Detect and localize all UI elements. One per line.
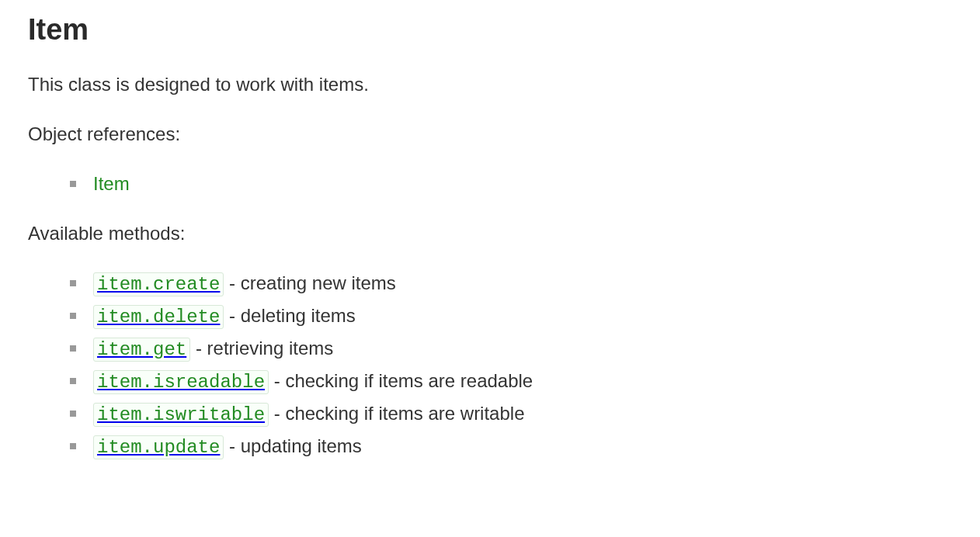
method-code: item.update: [93, 435, 224, 459]
method-desc: - checking if items are writable: [269, 403, 524, 424]
method-link-iswritable[interactable]: item.iswritable: [93, 403, 269, 424]
methods-list: item.create - creating new items item.de…: [28, 269, 952, 462]
references-list: Item: [28, 170, 952, 198]
method-link-delete[interactable]: item.delete: [93, 305, 224, 326]
method-code: item.iswritable: [93, 403, 269, 427]
method-desc: - updating items: [224, 435, 361, 456]
method-link-create[interactable]: item.create: [93, 272, 224, 293]
method-desc: - retrieving items: [190, 338, 333, 359]
list-item: item.create - creating new items: [70, 269, 952, 299]
list-item: item.get - retrieving items: [70, 334, 952, 364]
list-item: Item: [70, 170, 952, 198]
method-desc: - creating new items: [224, 272, 395, 293]
method-link-get[interactable]: item.get: [93, 338, 190, 359]
method-code: item.isreadable: [93, 370, 269, 394]
method-link-isreadable[interactable]: item.isreadable: [93, 370, 269, 391]
method-desc: - deleting items: [224, 305, 355, 326]
references-heading: Object references:: [28, 120, 952, 148]
method-desc: - checking if items are readable: [269, 370, 533, 391]
methods-heading: Available methods:: [28, 220, 952, 248]
method-code: item.delete: [93, 305, 224, 329]
list-item: item.update - updating items: [70, 432, 952, 462]
reference-link-item[interactable]: Item: [93, 173, 130, 194]
list-item: item.delete - deleting items: [70, 302, 952, 331]
method-code: item.create: [93, 272, 224, 296]
method-link-update[interactable]: item.update: [93, 435, 224, 456]
method-code: item.get: [93, 338, 190, 362]
page-title: Item: [28, 8, 952, 52]
intro-text: This class is designed to work with item…: [28, 71, 952, 99]
list-item: item.isreadable - checking if items are …: [70, 367, 952, 397]
list-item: item.iswritable - checking if items are …: [70, 400, 952, 429]
